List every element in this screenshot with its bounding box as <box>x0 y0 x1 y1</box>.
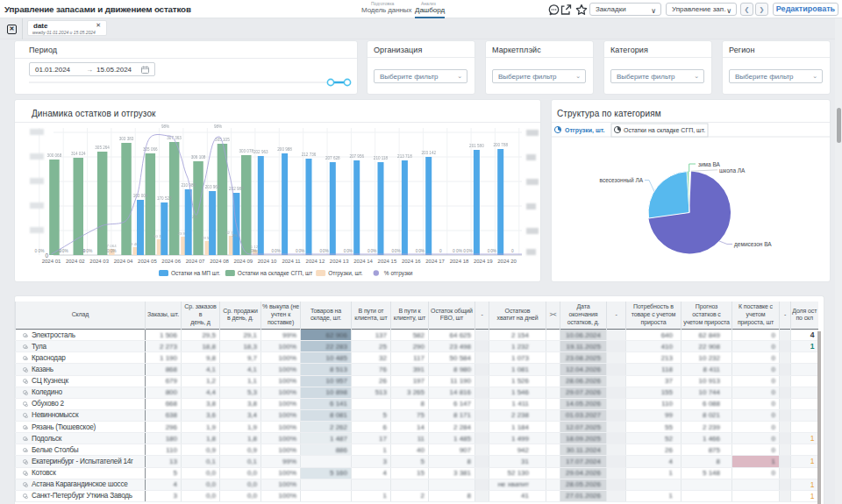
svg-text:0%: 0% <box>418 249 425 253</box>
svg-text:163 004: 163 004 <box>133 194 148 198</box>
svg-text:314 024: 314 024 <box>71 152 86 156</box>
svg-text:212 736: 212 736 <box>302 153 317 157</box>
svg-text:Остатки на складке СГП, шт: Остатки на складке СГП, шт <box>238 270 312 277</box>
svg-text:Остатки на складке СГП, шт.: Остатки на складке СГП, шт. <box>624 127 705 134</box>
svg-text:2024 06: 2024 06 <box>161 259 181 264</box>
svg-text:2024 15: 2024 15 <box>378 259 397 264</box>
svg-text:2024 10: 2024 10 <box>258 259 277 264</box>
svg-text:0%: 0% <box>490 249 497 253</box>
svg-text:210 118: 210 118 <box>374 156 389 160</box>
svg-text:2024 19: 2024 19 <box>474 259 493 264</box>
svg-text:0 0% 0: 0 0% 0 <box>453 249 466 253</box>
svg-text:0 0%: 0 0% <box>35 249 46 253</box>
svg-text:202 987: 202 987 <box>229 187 244 191</box>
svg-text:0%: 0% <box>275 249 282 253</box>
svg-text:2024 17: 2024 17 <box>425 259 445 264</box>
svg-text:98%: 98% <box>161 124 169 129</box>
svg-text:1%: 1% <box>97 226 103 231</box>
svg-text:303 383: 303 383 <box>119 137 134 141</box>
svg-text:Отгрузки, шт.: Отгрузки, шт. <box>328 270 363 277</box>
svg-text:207 956: 207 956 <box>349 154 364 159</box>
svg-text:7 064: 7 064 <box>107 244 118 248</box>
svg-text:303 078: 303 078 <box>239 149 253 153</box>
svg-text:демисезон ВА: демисезон ВА <box>734 241 772 248</box>
svg-text:2024 08: 2024 08 <box>210 259 229 264</box>
svg-text:0: 0 <box>45 252 48 259</box>
svg-text:2024 12: 2024 12 <box>306 259 325 264</box>
svg-text:207 628: 207 628 <box>325 156 340 160</box>
svg-text:200 788: 200 788 <box>493 143 508 147</box>
svg-text:Отгрузки, шт.: Отгрузки, шт. <box>565 127 605 134</box>
svg-text:210 986: 210 986 <box>181 183 196 188</box>
svg-text:2024 09: 2024 09 <box>233 259 253 264</box>
svg-text:305 264: 305 264 <box>95 146 110 150</box>
svg-text:2024 20: 2024 20 <box>497 259 517 264</box>
svg-text:школа ЛА: школа ЛА <box>719 167 746 174</box>
svg-text:0%: 0% <box>323 249 330 253</box>
svg-text:213 718: 213 718 <box>397 154 412 159</box>
svg-text:0%: 0% <box>370 249 377 253</box>
svg-text:всесезонный ЛА: всесезонный ЛА <box>600 177 644 183</box>
svg-text:2024 18: 2024 18 <box>450 259 469 264</box>
svg-text:300 068: 300 068 <box>47 153 62 158</box>
svg-text:2024 16: 2024 16 <box>402 259 421 264</box>
svg-text:170 523: 170 523 <box>157 196 172 201</box>
svg-text:зима ВА: зима ВА <box>698 161 721 167</box>
svg-text:2024 05: 2024 05 <box>138 259 157 264</box>
svg-text:0%: 0% <box>346 249 353 253</box>
svg-text:0 0%: 0 0% <box>82 249 93 253</box>
svg-text:2024 02: 2024 02 <box>66 259 85 264</box>
svg-text:Остатки на МП шт.: Остатки на МП шт. <box>171 270 220 276</box>
svg-text:0%: 0% <box>467 249 474 253</box>
svg-text:2024 07: 2024 07 <box>186 259 205 264</box>
svg-text:0%: 0% <box>298 249 305 253</box>
svg-text:203 142: 203 142 <box>421 151 436 155</box>
svg-text:98%: 98% <box>214 124 222 129</box>
svg-text:306 108: 306 108 <box>191 155 206 160</box>
svg-text:2024 13: 2024 13 <box>330 259 349 264</box>
svg-text:0%: 0% <box>251 249 258 253</box>
svg-text:2024 03: 2024 03 <box>89 259 109 264</box>
svg-text:3%: 3% <box>232 233 237 238</box>
svg-text:0 0%: 0 0% <box>107 249 118 253</box>
svg-text:201 580: 201 580 <box>469 144 484 148</box>
svg-text:0%: 0% <box>395 249 402 253</box>
svg-text:0 0%: 0 0% <box>59 249 69 253</box>
svg-text:203 966: 203 966 <box>205 185 220 189</box>
svg-text:0: 0 <box>511 249 514 253</box>
svg-text:2024 04: 2024 04 <box>114 259 133 264</box>
svg-text:202 963: 202 963 <box>253 150 268 154</box>
svg-text:0: 0 <box>439 249 442 253</box>
svg-text:2%: 2% <box>192 215 197 219</box>
svg-text:2024 14: 2024 14 <box>353 259 373 264</box>
svg-text:200 988: 200 988 <box>277 147 292 152</box>
svg-text:2024 11: 2024 11 <box>282 259 301 264</box>
svg-text:2024 01: 2024 01 <box>42 259 61 264</box>
svg-text:% отгрузки: % отгрузки <box>384 270 413 277</box>
